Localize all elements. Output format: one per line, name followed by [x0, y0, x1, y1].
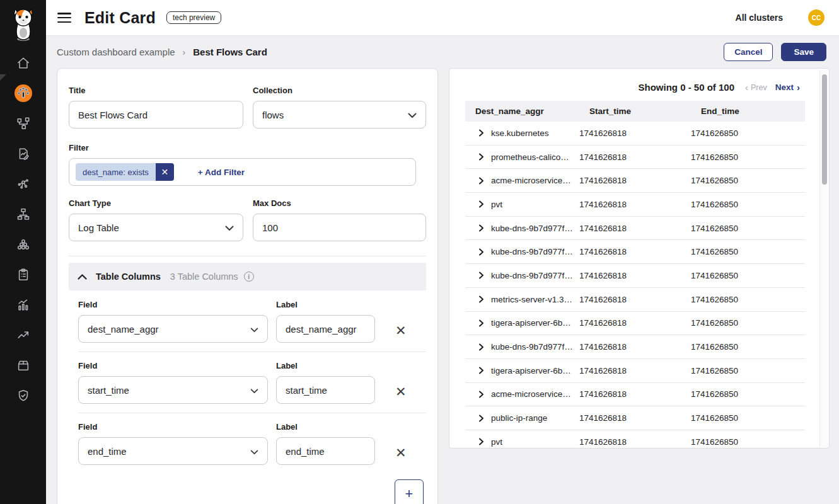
- expand-row-icon[interactable]: [478, 295, 484, 303]
- breadcrumb-parent[interactable]: Custom dashboard example: [57, 47, 175, 57]
- expand-row-icon[interactable]: [478, 438, 484, 445]
- prev-page-button[interactable]: ‹ Prev: [745, 82, 767, 93]
- field-select[interactable]: dest_name_aggr: [78, 315, 268, 343]
- table-row[interactable]: kube-dns-9b7d977f…17416268181741626850: [465, 217, 805, 241]
- filter-box: dest_name: exists ✕ + Add Filter: [69, 158, 416, 186]
- end-time-cell: 1741626850: [691, 200, 805, 209]
- home-icon: [16, 56, 30, 72]
- cancel-button[interactable]: Cancel: [724, 43, 773, 61]
- table-row[interactable]: kube-dns-9b7d977f…17416268181741626850: [465, 264, 805, 288]
- sidebar-item-policies[interactable]: [0, 261, 46, 291]
- divider: [78, 352, 426, 352]
- chart-type-select[interactable]: Log Table: [69, 214, 243, 241]
- hamburger-menu-icon[interactable]: [57, 13, 71, 23]
- sidebar-item-reports[interactable]: [0, 140, 46, 170]
- scrollbar-thumb[interactable]: [822, 74, 827, 185]
- sidebar-item-network[interactable]: [0, 200, 46, 231]
- expand-row-icon[interactable]: [478, 343, 484, 351]
- max-docs-input[interactable]: [253, 214, 426, 241]
- sidebar-item-topology[interactable]: [0, 110, 46, 140]
- top-bar: Edit Card tech preview All clusters CC: [46, 0, 839, 36]
- next-page-button[interactable]: Next ›: [775, 82, 800, 93]
- end-time-cell: 1741626850: [691, 342, 805, 352]
- expand-row-icon[interactable]: [478, 248, 484, 256]
- table-row[interactable]: metrics-server-v1.3…17416268181741626850: [465, 288, 805, 312]
- cluster-selector[interactable]: All clusters: [736, 13, 783, 23]
- chevron-down-icon: [408, 110, 417, 120]
- title-input[interactable]: [69, 101, 243, 129]
- sidebar-nav: [0, 49, 46, 412]
- breadcrumb: Custom dashboard example › Best Flows Ca…: [57, 47, 267, 57]
- table-columns-section-header[interactable]: Table Columns 3 Table Columns i: [69, 263, 426, 290]
- filter-chip-text: dest_name: exists: [76, 163, 156, 181]
- start-time-cell: 1741626818: [579, 389, 691, 399]
- expand-row-icon[interactable]: [478, 415, 484, 422]
- table-row[interactable]: acme-microservice…17416268181741626850: [465, 383, 805, 407]
- remove-column-icon[interactable]: ✕: [395, 385, 407, 398]
- expand-row-icon[interactable]: [478, 272, 484, 279]
- expand-row-icon[interactable]: [478, 367, 484, 374]
- dest-name-cell: kse.kubernetes: [491, 129, 549, 138]
- column-config-row: Field end_time Label ✕: [78, 422, 426, 465]
- dest-name-cell: tigera-apiserver-6b…: [491, 318, 571, 328]
- sidebar-item-security[interactable]: [0, 382, 46, 412]
- user-avatar[interactable]: CC: [808, 9, 825, 26]
- dashboard-gauge-icon: [14, 84, 33, 105]
- sidebar-item-service-graph[interactable]: [0, 170, 46, 200]
- table-row[interactable]: acme-microservice…17416268181741626850: [465, 169, 805, 193]
- scrollbar-track[interactable]: [819, 70, 828, 447]
- sidebar-item-home[interactable]: [0, 49, 46, 79]
- table-columns-count: 3 Table Columns: [170, 272, 238, 282]
- chevron-down-icon: [225, 222, 234, 233]
- expand-row-icon[interactable]: [478, 319, 484, 327]
- add-column-button[interactable]: +: [395, 479, 424, 504]
- table-row[interactable]: pvt17416268181741626850: [465, 430, 805, 449]
- sidebar-item-dashboards[interactable]: [0, 79, 46, 110]
- table-row[interactable]: pvt17416268181741626850: [465, 193, 805, 217]
- table-row[interactable]: tigera-apiserver-6b…17416268181741626850: [465, 312, 805, 336]
- label-input[interactable]: [276, 315, 375, 343]
- sidebar-item-clusters[interactable]: [0, 231, 46, 261]
- expand-row-icon[interactable]: [478, 391, 484, 398]
- field-select[interactable]: end_time: [78, 437, 268, 465]
- table-row[interactable]: kse.kubernetes17416268181741626850: [465, 122, 805, 146]
- remove-column-icon[interactable]: ✕: [395, 446, 407, 459]
- chevron-down-icon: [250, 446, 258, 457]
- expand-row-icon[interactable]: [478, 153, 484, 161]
- label-input[interactable]: [276, 376, 375, 404]
- sidebar-item-statistics[interactable]: [0, 291, 46, 321]
- chevron-up-icon[interactable]: [78, 271, 87, 282]
- table-row[interactable]: tigera-apiserver-6b…17416268181741626850: [465, 359, 805, 383]
- expand-row-icon[interactable]: [478, 224, 484, 232]
- expand-row-icon[interactable]: [478, 129, 484, 137]
- table-row[interactable]: kube-dns-9b7d977f…17416268181741626850: [465, 240, 805, 264]
- remove-column-icon[interactable]: ✕: [395, 324, 407, 337]
- active-page-wedge: [0, 74, 6, 81]
- table-row[interactable]: prometheus-calico…17416268181741626850: [465, 146, 805, 169]
- collection-select[interactable]: flows: [253, 101, 426, 129]
- end-time-cell: 1741626850: [691, 176, 805, 185]
- expand-row-icon[interactable]: [478, 177, 484, 185]
- showing-text: Showing 0 - 50 of 100: [638, 82, 734, 93]
- end-time-cell: 1741626850: [691, 295, 805, 304]
- calico-cat-logo[interactable]: [0, 0, 46, 42]
- end-time-cell: 1741626850: [691, 224, 805, 233]
- info-icon[interactable]: i: [244, 272, 254, 282]
- start-time-cell: 1741626818: [579, 295, 691, 304]
- table-row[interactable]: public-ip-range17416268181741626850: [465, 406, 805, 430]
- start-time-cell: 1741626818: [579, 437, 691, 447]
- pagination-row: Showing 0 - 50 of 100 ‹ Prev Next ›: [449, 69, 829, 93]
- save-button[interactable]: Save: [781, 43, 826, 61]
- label-input[interactable]: [276, 437, 375, 465]
- add-filter-button[interactable]: + Add Filter: [198, 168, 245, 177]
- start-time-cell: 1741626818: [579, 271, 691, 280]
- field-label: Field: [78, 361, 268, 370]
- column-header: Start_time: [589, 106, 701, 116]
- sidebar-item-trends[interactable]: [0, 321, 46, 352]
- table-row[interactable]: kube-dns-9b7d977f…17416268181741626850: [465, 335, 805, 359]
- field-select[interactable]: start_time: [78, 376, 268, 404]
- remove-filter-icon[interactable]: ✕: [156, 163, 174, 181]
- sidebar-item-packages[interactable]: [0, 352, 46, 382]
- expand-row-icon[interactable]: [478, 200, 484, 208]
- dest-name-cell: pvt: [491, 437, 502, 447]
